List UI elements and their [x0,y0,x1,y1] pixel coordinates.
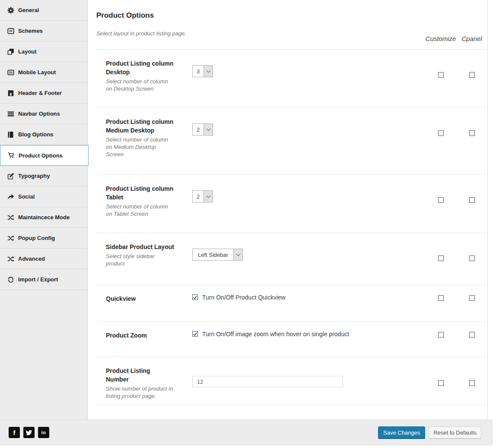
sidebar-item-blog-options[interactable]: Blog Options [0,124,87,145]
menu-bars-icon [7,110,14,117]
sidebar-item-navbar-options[interactable]: Navbar Options [0,104,87,124]
sidebar-item-layout[interactable]: Layout [0,41,87,62]
cpanel-checkbox[interactable] [469,130,475,136]
chevron-down-icon [203,124,213,135]
sidebar-item-label: Social [18,193,35,200]
option-title: Quickview [106,294,174,303]
quickview-checkbox[interactable] [192,294,198,300]
cpanel-checkbox[interactable] [469,380,475,386]
sidebar-item-mobile-layout[interactable]: Mobile Layout [0,62,87,83]
option-row-quickview: Quickview Turn On/Off Product Quickview [96,285,487,322]
facebook-icon[interactable]: f [9,427,20,438]
product-zoom-checkbox[interactable] [192,331,198,337]
sidebar-item-advanced[interactable]: Advanced [0,249,87,269]
sidebar-layout-select[interactable]: Left Sidebar [192,249,243,261]
option-row-listing-column-tablet: Product Listing column Tablet Select num… [96,175,487,233]
tablet-column-select[interactable]: 2 [192,190,213,202]
cart-icon [7,152,15,159]
customize-checkbox[interactable] [438,72,444,78]
sidebar-item-label: Blog Options [18,131,54,138]
customize-checkbox[interactable] [438,130,444,136]
customize-checkbox[interactable] [438,256,444,261]
cpanel-checkbox[interactable] [469,256,475,261]
option-description: Select number of column on Tablet Screen [106,203,174,218]
linkedin-icon[interactable]: in [38,427,49,438]
sidebar-item-label: Product Options [19,152,63,159]
option-description: Select style sidebar product [106,252,174,267]
reset-to-defaults-button[interactable]: Reset to Defaults [429,426,481,439]
option-title: Product Listing Number [106,366,174,384]
shuffle-icon [7,234,14,242]
shuffle-icon [7,255,14,262]
save-changes-button[interactable]: Save Changes [378,426,425,439]
sidebar-item-label: Mobile Layout [18,69,56,76]
option-label: Product Listing column Medium Desktop Se… [106,117,174,158]
layers-icon [7,48,14,55]
sidebar-item-import-export[interactable]: Import / Export [0,269,87,290]
chevron-down-icon [203,191,213,202]
option-description: Select number of column on Medium Deskto… [106,136,174,158]
cpanel-checkbox[interactable] [469,295,475,301]
social-links: f in [9,427,49,438]
sidebar-item-schemes[interactable]: Schemes [0,21,87,41]
sidebar-item-maintenance-mode[interactable]: Maintaincece Mode [0,207,87,228]
sidebar-item-popup-config[interactable]: Popup Config [0,228,87,249]
product-options-panel: Product Options Select layout in product… [88,0,488,420]
cpanel-checkbox[interactable] [469,72,475,78]
checkbox-label: Turn On/Off Product Quickview [202,294,286,301]
sidebar-item-label: Navbar Options [18,110,60,117]
sidebar-item-typography[interactable]: Typography [0,166,87,186]
cpanel-column-header: Cpanel [456,35,487,42]
medium-desktop-column-select[interactable]: 2 [192,123,213,136]
sidebar-item-social[interactable]: Social [0,186,87,207]
gear-icon [7,6,14,14]
select-value: 2 [193,124,203,135]
book-bookmark-icon [7,89,14,97]
twitter-icon[interactable] [23,427,35,438]
option-title: Product Zoom [106,331,174,340]
sidebar-item-product-options[interactable]: Product Options [0,145,89,166]
cpanel-checkbox[interactable] [469,332,475,338]
book-icon [7,131,14,138]
sidebar-item-label: Import / Export [18,276,58,283]
customize-checkbox[interactable] [438,295,444,301]
sidebar-item-label: Popup Config [18,235,55,241]
edit-pencil-icon [7,172,14,180]
share-arrow-icon [7,193,14,200]
product-listing-number-input[interactable] [192,376,343,387]
customize-checkbox[interactable] [438,332,444,338]
sidebar-item-general[interactable]: General [0,0,87,21]
sidebar-item-label: Header & Footer [18,90,62,96]
sidebar-item-label: Schemes [18,28,43,34]
page-subtitle: Select layout in product listing page. [96,30,186,37]
option-label: Product Zoom [106,331,174,341]
checkbox-label: Turn On/Off image zoom when hover on sin… [202,331,349,338]
select-value: 2 [193,191,203,202]
option-label: Product Listing column Desktop Select nu… [106,59,174,92]
option-row-listing-column-desktop: Product Listing column Desktop Select nu… [96,50,487,108]
page-title: Product Options [96,11,154,20]
tablet-icon [7,69,14,76]
customize-checkbox[interactable] [438,380,444,386]
cpanel-checkbox[interactable] [469,197,475,203]
chevron-down-icon [203,66,213,77]
select-value: 3 [193,66,203,77]
option-title: Product Listing column Tablet [106,184,174,202]
sidebar-item-label: Advanced [18,256,45,262]
customize-checkbox[interactable] [438,197,444,203]
footer-bar: f in Save Changes Reset to Defaults [0,420,493,445]
monitor-icon [7,27,14,35]
option-row-product-zoom: Product Zoom Turn On/Off image zoom when… [96,322,487,357]
header-columns: Customize Cpanel [425,35,487,42]
option-row-product-listing-number: Product Listing Number Show number of pr… [96,357,487,405]
sidebar-item-label: Maintaincece Mode [18,214,70,221]
option-title: Product Listing column Medium Desktop [106,117,174,135]
sync-icon [7,276,14,283]
option-label: Product Listing column Tablet Select num… [106,184,174,218]
sidebar-item-header-footer[interactable]: Header & Footer [0,83,87,104]
customize-column-header: Customize [425,35,456,42]
chevron-down-icon [233,249,242,260]
settings-sidebar: General Schemes Layout Mobile Layout Hea… [0,0,88,420]
desktop-column-select[interactable]: 3 [192,65,213,77]
option-description: Select number of column on Desktop Scree… [106,78,174,92]
